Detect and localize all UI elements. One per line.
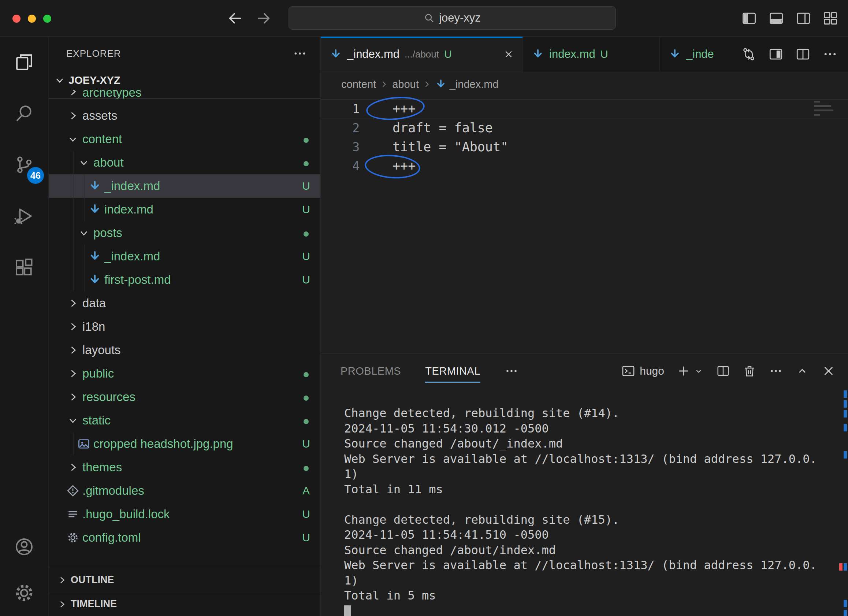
chevron-right-icon bbox=[65, 110, 80, 122]
folder-layouts[interactable]: layouts bbox=[49, 338, 320, 362]
tree-item-label: cropped headshot.jpg.png bbox=[93, 437, 233, 451]
file-.gitmodules[interactable]: .gitmodulesA bbox=[49, 479, 320, 502]
accounts-icon[interactable] bbox=[0, 524, 48, 570]
file-tree: archetypesassetscontentabout_index.mdUin… bbox=[49, 90, 320, 568]
modified-dot bbox=[298, 367, 314, 380]
tree-item-label: public bbox=[82, 367, 114, 380]
folder-static[interactable]: static bbox=[49, 409, 320, 432]
git-status-badge: U bbox=[298, 273, 314, 286]
code-editor[interactable]: 1 +++ 2 draft = false 3 title = "About" … bbox=[321, 96, 848, 353]
tree-item-label: assets bbox=[82, 109, 117, 123]
folder-themes[interactable]: themes bbox=[49, 456, 320, 479]
toggle-primary-sidebar-icon[interactable] bbox=[741, 10, 757, 27]
git-status-badge: U bbox=[298, 180, 314, 192]
explorer-more-actions-icon[interactable] bbox=[292, 46, 307, 61]
timeline-section[interactable]: TIMELINE bbox=[49, 592, 320, 616]
new-terminal-control[interactable] bbox=[677, 364, 704, 378]
file-_index.md[interactable]: _index.mdU bbox=[49, 245, 320, 268]
folder-about[interactable]: about bbox=[49, 151, 320, 174]
split-editor-icon[interactable] bbox=[795, 46, 811, 62]
tree-item-label: first-post.md bbox=[104, 273, 171, 287]
file-config.toml[interactable]: config.tomlU bbox=[49, 526, 320, 549]
folder-content[interactable]: content bbox=[49, 128, 320, 151]
folder-public[interactable]: public bbox=[49, 362, 320, 385]
tree-item-label: layouts bbox=[82, 343, 121, 357]
zoom-window-button[interactable] bbox=[43, 15, 51, 23]
activity-bar: 46 bbox=[0, 37, 49, 616]
vscode-window: joey-xyz bbox=[0, 0, 848, 616]
tab-description: .../about bbox=[405, 49, 439, 60]
minimize-window-button[interactable] bbox=[28, 15, 36, 23]
git-status-badge: U bbox=[298, 508, 314, 520]
panel-tab-terminal[interactable]: TERMINAL bbox=[425, 354, 480, 388]
back-button[interactable] bbox=[226, 10, 243, 27]
file-.hugo_build.lock[interactable]: .hugo_build.lockU bbox=[49, 502, 320, 526]
close-tab-icon[interactable] bbox=[504, 49, 514, 59]
breadcrumb-item-file[interactable]: _index.md bbox=[450, 79, 499, 91]
breadcrumb-item-content[interactable]: content bbox=[341, 79, 376, 91]
toggle-secondary-sidebar-icon[interactable] bbox=[795, 10, 811, 27]
folder-posts[interactable]: posts bbox=[49, 221, 320, 245]
command-center-search[interactable]: joey-xyz bbox=[289, 6, 616, 30]
terminal-output[interactable]: Change detected, rebuilding site (#14).2… bbox=[321, 388, 848, 616]
close-window-button[interactable] bbox=[12, 15, 21, 23]
outline-section[interactable]: OUTLINE bbox=[49, 568, 320, 592]
settings-gear-icon[interactable] bbox=[0, 570, 48, 616]
close-panel-icon[interactable] bbox=[821, 364, 836, 378]
tab-index-md[interactable]: index.md U bbox=[523, 37, 660, 72]
tree-item-label: about bbox=[93, 156, 124, 169]
terminal-line: Source changed /about/index.md bbox=[344, 543, 833, 558]
terminal-line bbox=[344, 497, 833, 512]
tab-_index-md-about[interactable]: _index.md .../about U bbox=[321, 37, 523, 72]
open-changes-icon[interactable] bbox=[741, 46, 756, 62]
kill-terminal-icon[interactable] bbox=[743, 364, 756, 378]
file-first-post.md[interactable]: first-post.mdU bbox=[49, 268, 320, 291]
explorer-activity-icon[interactable] bbox=[0, 37, 48, 88]
tab-_index-md-truncated[interactable]: _inde bbox=[660, 37, 735, 72]
tab-label: _index.md bbox=[347, 47, 399, 61]
more-editor-actions-icon[interactable] bbox=[822, 46, 838, 62]
panel-more-tabs-icon[interactable] bbox=[504, 364, 519, 378]
line-number: 4 bbox=[321, 159, 376, 173]
editor-actions bbox=[735, 37, 848, 72]
run-debug-activity-icon[interactable] bbox=[0, 190, 48, 242]
tree-item-label: resources bbox=[82, 390, 135, 404]
breadcrumb-item-about[interactable]: about bbox=[392, 79, 419, 91]
folder-resources[interactable]: resources bbox=[49, 385, 320, 409]
terminal-actions: hugo bbox=[621, 364, 836, 378]
tree-item-label: static bbox=[82, 414, 111, 427]
file-cropped-headshot.jpg.png[interactable]: cropped headshot.jpg.pngU bbox=[49, 432, 320, 456]
folder-assets[interactable]: assets bbox=[49, 104, 320, 128]
tree-item-label: i18n bbox=[82, 320, 105, 334]
code-line: 1 +++ bbox=[321, 99, 848, 118]
file-index.md[interactable]: index.mdU bbox=[49, 198, 320, 221]
terminal-profile-name: hugo bbox=[640, 365, 664, 377]
forward-button[interactable] bbox=[256, 10, 273, 27]
file-_index.md[interactable]: _index.mdU bbox=[49, 174, 320, 198]
split-terminal-icon[interactable] bbox=[716, 364, 730, 378]
search-activity-icon[interactable] bbox=[0, 88, 48, 139]
chevron-right-icon bbox=[57, 599, 67, 609]
terminal-decoration bbox=[844, 424, 847, 431]
tree-item-label: data bbox=[82, 296, 106, 310]
new-terminal-icon bbox=[677, 364, 691, 378]
customize-layout-icon[interactable] bbox=[822, 10, 839, 27]
markdown-icon bbox=[669, 48, 681, 61]
editor-tab-bar: _index.md .../about U index.md U bbox=[321, 37, 848, 72]
panel-tab-problems[interactable]: PROBLEMS bbox=[341, 354, 401, 388]
source-control-activity-icon[interactable]: 46 bbox=[0, 139, 48, 190]
more-terminal-actions-icon[interactable] bbox=[769, 364, 783, 378]
markdown-icon bbox=[87, 250, 102, 263]
maximize-panel-icon[interactable] bbox=[795, 364, 809, 378]
toggle-panel-icon[interactable] bbox=[768, 10, 784, 27]
extensions-activity-icon[interactable] bbox=[0, 242, 48, 293]
folder-archetypes[interactable]: archetypes bbox=[49, 90, 320, 104]
terminal-profile[interactable]: hugo bbox=[621, 364, 664, 378]
open-preview-icon[interactable] bbox=[768, 46, 784, 62]
folder-data[interactable]: data bbox=[49, 291, 320, 315]
line-number: 3 bbox=[321, 140, 376, 154]
folder-i18n[interactable]: i18n bbox=[49, 315, 320, 338]
workspace-root-joey-xyz[interactable]: JOEY-XYZ bbox=[49, 70, 320, 90]
modified-dot bbox=[298, 133, 314, 145]
terminal-profile-dropdown-icon[interactable] bbox=[694, 366, 704, 376]
